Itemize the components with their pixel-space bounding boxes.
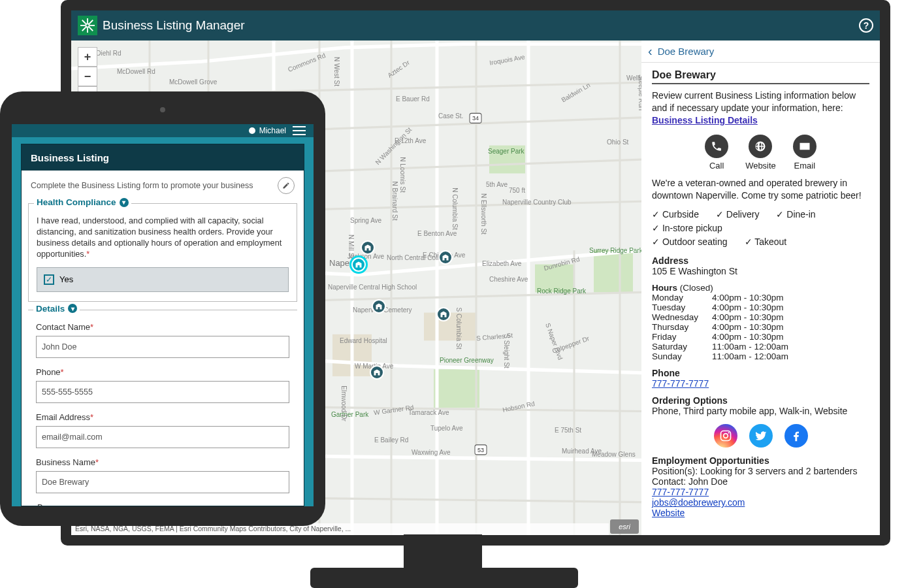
form-intro-text: Complete the Business Listing form to pr… — [31, 181, 253, 190]
street-label: N Ellsworth St — [480, 193, 487, 235]
breadcrumb-label: Doe Brewary — [658, 46, 715, 57]
street-label: 750 ft — [509, 187, 525, 194]
svg-line-7 — [89, 20, 93, 24]
business-description: We're a veteran-owned and operated brewe… — [652, 177, 869, 202]
street-label: N Columbia St — [451, 188, 459, 229]
street-label: E Bauer Rd — [396, 95, 430, 103]
street-label: N West St — [333, 57, 340, 86]
svg-rect-11 — [594, 250, 633, 292]
street-label: E Bailey Rd — [374, 436, 408, 444]
poi-label: Meadow Glens — [592, 451, 636, 458]
emp-phone-link[interactable]: 777-777-7777 — [652, 487, 709, 497]
facebook-link[interactable] — [784, 424, 808, 448]
email-field: Email Address* — [36, 412, 289, 448]
street-label: S Sleight St — [503, 334, 510, 368]
call-button[interactable]: Call — [705, 135, 728, 171]
hc-description: I have read, understood, and complied wi… — [37, 216, 289, 261]
field-label: Contact Name* — [36, 322, 289, 332]
esri-logo: esri — [610, 519, 639, 534]
edit-button[interactable] — [278, 177, 295, 194]
map-pin[interactable] — [436, 307, 451, 321]
poi-label: Naperville Country Club — [502, 199, 572, 206]
tablet-topbar: Michael — [12, 124, 314, 137]
form-intro-row: Complete the Business Listing form to pr… — [22, 171, 304, 201]
svg-line-6 — [89, 27, 93, 31]
tablet-screen: Michael Business Listing Complete the Bu… — [12, 124, 314, 506]
help-button[interactable]: ? — [859, 18, 873, 33]
svg-point-0 — [86, 24, 89, 27]
svg-text:34: 34 — [472, 115, 479, 122]
instagram-link[interactable] — [714, 424, 737, 448]
map-pin[interactable] — [361, 240, 375, 255]
details-fieldset: Details▾ Contact Name* Phone* Email Addr… — [28, 310, 297, 506]
poi-label: McDowell Grove — [169, 78, 217, 86]
street-label: Cheshire Ave — [489, 276, 528, 283]
emp-email-link[interactable]: jobs@doebrewery.com — [652, 497, 745, 508]
details-legend[interactable]: Details▾ — [33, 304, 80, 314]
svg-rect-12 — [434, 369, 479, 408]
business-title: Doe Brewary — [652, 69, 869, 84]
street-label: Wellington Ct. — [626, 74, 641, 82]
hours-section: Hours (Closed) Monday4:00pm - 10:30pm Tu… — [652, 283, 869, 361]
map-pin[interactable] — [438, 250, 453, 265]
back-button[interactable]: ‹ — [648, 44, 653, 59]
zoom-out-button[interactable]: − — [78, 67, 97, 86]
park-label: Rock Ridge Park — [537, 287, 586, 295]
poi-label: Naperville Central High School — [328, 284, 374, 291]
address-section: Address 105 E Washington St — [652, 255, 869, 276]
poi-label: Edward Hospital — [340, 337, 371, 344]
collapse-icon: ▾ — [68, 304, 77, 313]
features-row-2: ✓ Outdoor seating ✓ Takeout — [652, 235, 869, 249]
review-text: Review current Business Listing informat… — [652, 90, 869, 127]
svg-line-8 — [82, 27, 86, 31]
checkbox-icon: ✓ — [44, 274, 54, 285]
map-pin-selected[interactable] — [351, 257, 366, 272]
business-name-input[interactable] — [36, 471, 289, 493]
globe-icon — [749, 135, 772, 158]
social-links — [652, 424, 869, 448]
user-avatar-icon — [249, 127, 255, 134]
svg-point-22 — [728, 433, 729, 434]
tablet-camera — [160, 107, 165, 112]
app-header: Business Listing Manager ? — [71, 10, 880, 41]
phone-input[interactable] — [36, 381, 289, 403]
app-title: Business Listing Manager — [103, 18, 245, 33]
park-label: Gartner Park — [331, 411, 368, 418]
street-label: Case St. — [438, 112, 463, 120]
street-label: N Brainard St — [391, 181, 398, 220]
twitter-link[interactable] — [749, 424, 773, 448]
zoom-in-button[interactable]: + — [78, 47, 97, 67]
panel-body[interactable]: Doe Brewary Review current Business List… — [641, 63, 880, 535]
app-logo-icon — [78, 16, 97, 35]
breadcrumb: ‹ Doe Brewary — [641, 41, 880, 63]
street-label: Ohio St — [607, 139, 628, 146]
features: ✓ Curbside ✓ Delivery ✓ Dine-in ✓ In-sto… — [652, 208, 869, 249]
hc-yes-checkbox[interactable]: ✓ Yes — [37, 267, 289, 292]
street-label: Elizabeth Ave — [482, 260, 521, 267]
phone-field: Phone* — [36, 367, 289, 403]
email-button[interactable]: Email — [793, 135, 816, 171]
field-label: Phone* — [36, 367, 289, 377]
emp-website-link[interactable]: Website — [652, 508, 685, 518]
street-label: Tamarack Ave — [408, 409, 449, 416]
email-input[interactable] — [36, 426, 289, 448]
park-label: Surrey Ridge Park — [589, 247, 628, 254]
park-label: Seager Park — [488, 148, 525, 155]
website-button[interactable]: Website — [745, 135, 776, 171]
phone-link[interactable]: 777-777-7777 — [652, 378, 709, 389]
user-name: Michael — [259, 126, 286, 135]
menu-button[interactable] — [293, 126, 306, 135]
employment-section: Employment Opportunities Position(s): Lo… — [652, 455, 869, 518]
street-label: E Benton Ave — [417, 230, 457, 237]
street-label: 5th Ave — [486, 181, 508, 188]
business-listing-details-link[interactable]: Business Listing Details — [652, 115, 758, 125]
map-pin[interactable] — [370, 365, 384, 380]
contact-name-input[interactable] — [36, 336, 289, 358]
hc-legend[interactable]: Health Compliance▾ — [34, 197, 131, 207]
form-title: Business Listing — [22, 144, 304, 171]
contact-icons: Call Website Email — [652, 135, 869, 171]
contact-name-field: Contact Name* — [36, 322, 289, 358]
park-label: Pioneer Greenway — [440, 357, 476, 364]
street-label: N Loomis St — [399, 157, 406, 192]
map-pin[interactable] — [372, 299, 386, 314]
